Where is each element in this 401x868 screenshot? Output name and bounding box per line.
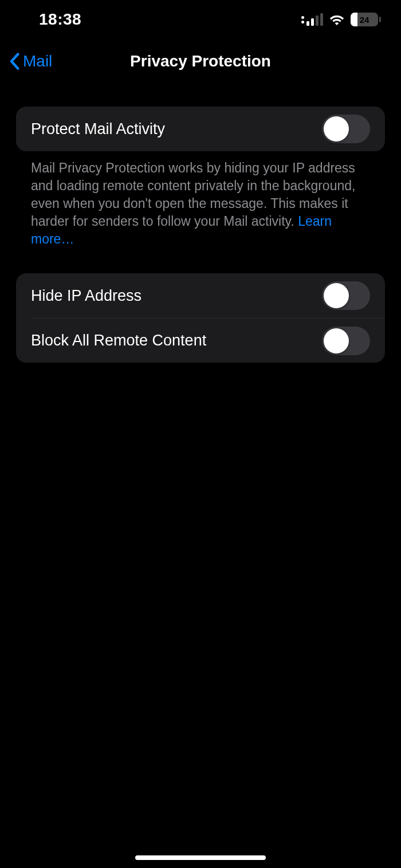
toggle-hide-ip-address[interactable]: [322, 281, 370, 310]
toggle-block-remote-content[interactable]: [322, 327, 370, 355]
row-protect-mail-activity[interactable]: Protect Mail Activity: [16, 107, 385, 151]
status-bar: 18:38 24: [0, 0, 401, 39]
settings-group-additional: Hide IP Address Block All Remote Content: [16, 273, 385, 363]
toggle-knob: [324, 116, 349, 142]
cellular-dual-sim-icon: [301, 13, 323, 26]
toggle-knob: [324, 328, 349, 354]
home-indicator[interactable]: [135, 855, 266, 860]
row-block-remote-content[interactable]: Block All Remote Content: [31, 318, 385, 363]
cellular-icon: [306, 13, 323, 26]
battery-icon: 24: [351, 13, 378, 26]
group-footer-text: Mail Privacy Protection works by hiding …: [16, 151, 385, 248]
wifi-icon: [329, 13, 345, 26]
row-label: Hide IP Address: [31, 287, 141, 305]
chevron-left-icon: [9, 53, 19, 70]
content: Protect Mail Activity Mail Privacy Prote…: [0, 84, 401, 363]
page-title: Privacy Protection: [130, 52, 271, 70]
toggle-knob: [324, 283, 349, 308]
toggle-protect-mail-activity[interactable]: [322, 115, 370, 143]
nav-bar: Mail Privacy Protection: [0, 39, 401, 84]
settings-group-protect: Protect Mail Activity: [16, 107, 385, 151]
row-hide-ip-address[interactable]: Hide IP Address: [16, 273, 385, 318]
row-label: Protect Mail Activity: [31, 120, 165, 138]
back-label: Mail: [23, 52, 52, 70]
status-right: 24: [301, 13, 378, 26]
row-label: Block All Remote Content: [31, 332, 206, 349]
status-time: 18:38: [39, 10, 81, 29]
back-button[interactable]: Mail: [9, 52, 52, 70]
battery-percent: 24: [351, 15, 378, 25]
